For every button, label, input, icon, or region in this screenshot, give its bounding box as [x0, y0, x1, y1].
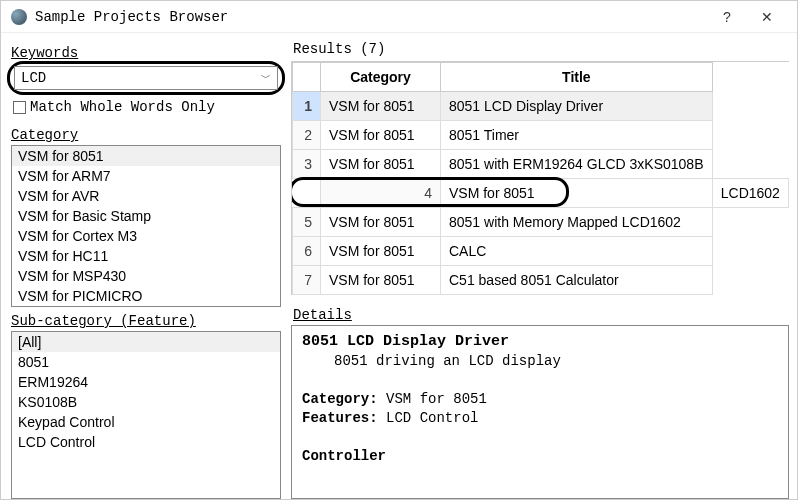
subcategory-listbox[interactable]: [All]8051ERM19264KS0108BKeypad ControlLC…	[11, 331, 281, 499]
close-button[interactable]: ✕	[747, 3, 787, 31]
right-panel: Results (7) Category Title 1VSM for 8051…	[291, 33, 797, 499]
table-row[interactable]: 3VSM for 80518051 with ERM19264 GLCD 3xK…	[293, 150, 789, 179]
row-number: 5	[293, 208, 321, 237]
row-number: 2	[293, 121, 321, 150]
list-item[interactable]: VSM for MSP430	[12, 266, 280, 286]
row-title: 8051 with ERM19264 GLCD 3xKS0108B	[441, 150, 713, 179]
row-number: 7	[293, 266, 321, 295]
row-title: 8051 with Memory Mapped LCD1602	[441, 208, 713, 237]
table-row[interactable]: 7VSM for 8051C51 based 8051 Calculator	[293, 266, 789, 295]
row-title: LCD1602	[712, 179, 788, 208]
list-item[interactable]: ERM19264	[12, 372, 280, 392]
details-features-val: LCD Control	[386, 410, 478, 426]
row-number: 1	[293, 92, 321, 121]
details-category-val: VSM for 8051	[386, 391, 487, 407]
list-item[interactable]: VSM for 8051	[12, 146, 280, 166]
row-title: 8051 LCD Display Driver	[441, 92, 713, 121]
chevron-down-icon: ﹀	[261, 71, 271, 85]
keywords-label: Keywords	[11, 45, 281, 61]
table-row[interactable]: 5VSM for 80518051 with Memory Mapped LCD…	[293, 208, 789, 237]
results-table: Category Title 1VSM for 80518051 LCD Dis…	[292, 62, 789, 295]
category-label: Category	[11, 127, 281, 143]
list-item[interactable]: VSM for PICMICRO	[12, 286, 280, 306]
list-item[interactable]: VSM for ARM7	[12, 166, 280, 186]
table-row[interactable]: 1VSM for 80518051 LCD Display Driver	[293, 92, 789, 121]
details-category-row: Category: VSM for 8051	[302, 390, 778, 409]
body: Keywords LCD ﹀ Match Whole Words Only Ca…	[1, 33, 797, 499]
row-number: 3	[293, 150, 321, 179]
details-subtitle: 8051 driving an LCD display	[302, 352, 778, 371]
col-category[interactable]: Category	[321, 63, 441, 92]
keywords-value: LCD	[21, 70, 46, 86]
category-listbox[interactable]: VSM for 8051VSM for ARM7VSM for AVRVSM f…	[11, 145, 281, 307]
help-button[interactable]: ?	[707, 3, 747, 31]
row-number: 4	[321, 179, 441, 208]
row-category: VSM for 8051	[321, 208, 441, 237]
details-category-key: Category:	[302, 391, 378, 407]
row-category: VSM for 8051	[321, 121, 441, 150]
row-category: VSM for 8051	[321, 266, 441, 295]
match-whole-words-label: Match Whole Words Only	[30, 99, 215, 115]
list-item[interactable]: Keypad Control	[12, 412, 280, 432]
list-item[interactable]: VSM for Cortex M3	[12, 226, 280, 246]
col-num[interactable]	[293, 63, 321, 92]
list-item[interactable]: VSM for AVR	[12, 186, 280, 206]
keywords-highlight: LCD ﹀	[7, 61, 285, 95]
col-title[interactable]: Title	[441, 63, 713, 92]
table-row[interactable]: 6VSM for 8051CALC	[293, 237, 789, 266]
row-title: CALC	[441, 237, 713, 266]
results-table-wrap: Category Title 1VSM for 80518051 LCD Dis…	[291, 61, 789, 295]
details-controller-key: Controller	[302, 447, 778, 466]
details-features-row: Features: LCD Control	[302, 409, 778, 428]
row-category: VSM for 8051	[321, 237, 441, 266]
window: Sample Projects Browser ? ✕ Keywords LCD…	[0, 0, 798, 500]
app-icon	[11, 9, 27, 25]
checkbox-box	[13, 101, 26, 114]
details-label: Details	[291, 307, 789, 323]
row-title: C51 based 8051 Calculator	[441, 266, 713, 295]
row-category: VSM for 8051	[321, 92, 441, 121]
match-whole-words-checkbox[interactable]: Match Whole Words Only	[13, 99, 281, 115]
row-category: VSM for 8051	[321, 150, 441, 179]
subcategory-label: Sub-category (Feature)	[11, 313, 281, 329]
table-row[interactable]: 4VSM for 8051LCD1602	[293, 179, 789, 208]
results-header: Results (7)	[291, 41, 789, 57]
row-number: 6	[293, 237, 321, 266]
list-item[interactable]: VSM for HC11	[12, 246, 280, 266]
list-item[interactable]: VSM for Basic Stamp	[12, 206, 280, 226]
list-item[interactable]: KS0108B	[12, 392, 280, 412]
window-title: Sample Projects Browser	[35, 9, 707, 25]
details-panel: 8051 LCD Display Driver 8051 driving an …	[291, 325, 789, 499]
keywords-input[interactable]: LCD ﹀	[14, 66, 278, 90]
list-item[interactable]: LCD Control	[12, 432, 280, 452]
list-item[interactable]: [All]	[12, 332, 280, 352]
table-row[interactable]: 2VSM for 80518051 Timer	[293, 121, 789, 150]
left-panel: Keywords LCD ﹀ Match Whole Words Only Ca…	[1, 33, 291, 499]
list-item[interactable]: 8051	[12, 352, 280, 372]
row-category: VSM for 8051	[441, 179, 713, 208]
titlebar: Sample Projects Browser ? ✕	[1, 1, 797, 33]
details-features-key: Features:	[302, 410, 378, 426]
row-title: 8051 Timer	[441, 121, 713, 150]
details-title: 8051 LCD Display Driver	[302, 332, 778, 352]
